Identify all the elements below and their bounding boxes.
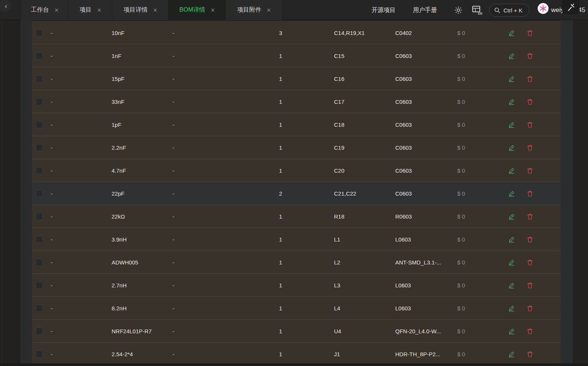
row-checkbox[interactable] (36, 144, 43, 151)
table-row[interactable]: - 1nF - 1 C15 C0603 $ 0 (32, 44, 561, 67)
edit-icon[interactable] (508, 259, 515, 266)
delete-icon[interactable] (526, 305, 533, 311)
cell-value: NRF24L01P-R7 (109, 320, 169, 342)
delete-icon[interactable] (526, 167, 533, 174)
delete-icon[interactable] (526, 282, 533, 289)
cell-footprint: QFN-20_L4.0-W... (392, 320, 454, 342)
top-bar: ‹ 工作台 × 项目 × 项目详情 × BOM详情 × 项目附件 × 开源项目 … (0, 0, 588, 20)
edit-icon[interactable] (508, 52, 515, 59)
table-row[interactable]: - 2.2nF - 1 C19 C0603 $ 0 (32, 136, 561, 159)
edit-icon[interactable] (508, 236, 515, 243)
cell-price: $ 0 (454, 136, 505, 159)
edit-icon[interactable] (508, 167, 515, 174)
vertical-scrollbar-track[interactable] (561, 20, 572, 366)
delete-icon[interactable] (526, 121, 533, 128)
table-row[interactable]: - 2.7nH - 1 L3 L0603 $ 0 (32, 274, 561, 297)
tab[interactable]: 项目附件 × (225, 0, 283, 20)
table-row[interactable]: - 33nF - 1 C17 C0603 $ 0 (32, 90, 561, 113)
row-checkbox[interactable] (36, 29, 43, 36)
nav-link-open-source[interactable]: 开源项目 (372, 0, 396, 20)
cell-dash: - (48, 113, 109, 136)
right-rail (573, 20, 588, 366)
edit-icon[interactable] (508, 190, 515, 197)
delete-icon[interactable] (526, 236, 533, 243)
tab[interactable]: 项目 × (68, 0, 112, 20)
row-checkbox[interactable] (36, 328, 43, 335)
table-row[interactable]: - 8.2nH - 1 L4 L0603 $ 0 (32, 297, 561, 320)
row-checkbox[interactable] (36, 351, 43, 358)
table-row[interactable]: - 3.9nH - 1 L1 L0603 $ 0 (32, 228, 561, 251)
tab-close-icon[interactable]: × (153, 7, 157, 14)
table-row[interactable]: - 10nF - 3 C14,R19,X1 C0402 $ 0 (32, 21, 561, 44)
horizontal-scrollbar-track[interactable] (0, 363, 588, 366)
edit-icon[interactable] (508, 351, 515, 357)
delete-icon[interactable] (526, 52, 533, 59)
cell-footprint: L0603 (392, 228, 454, 251)
delete-icon[interactable] (526, 98, 533, 105)
edit-icon[interactable] (508, 29, 515, 36)
tab-close-icon[interactable]: × (267, 7, 271, 14)
row-checkbox[interactable] (36, 236, 43, 243)
delete-icon[interactable] (526, 351, 533, 357)
row-checkbox[interactable] (36, 282, 43, 289)
cell-value: 22kΩ (109, 205, 169, 228)
table-row[interactable]: - 22pF - 2 C21,C22 C0603 $ 0 (32, 182, 561, 205)
edit-icon[interactable] (508, 144, 515, 151)
tab-label: 项目详情 (124, 6, 148, 14)
cell-value: 33nF (109, 90, 169, 113)
cell-footprint: HDR-TH_8P-P2... (392, 343, 454, 363)
edit-icon[interactable] (508, 98, 515, 105)
table-row[interactable]: - 1pF - 1 C18 C0603 $ 0 (32, 113, 561, 136)
delete-icon[interactable] (526, 213, 533, 220)
cell-dash-2: - (169, 182, 230, 205)
left-panel-scrollbar[interactable] (2, 11, 2, 366)
cell-footprint: C0603 (392, 159, 454, 182)
edit-icon[interactable] (508, 75, 515, 82)
search-box[interactable]: Ctrl + K (489, 4, 529, 17)
tab-close-icon[interactable]: × (97, 7, 101, 14)
delete-icon[interactable] (526, 144, 533, 151)
row-checkbox[interactable] (36, 52, 43, 59)
table-row[interactable]: - 22kΩ - 1 R18 R0603 $ 0 (32, 205, 561, 228)
avatar[interactable] (538, 3, 549, 14)
row-checkbox[interactable] (36, 75, 43, 82)
delete-icon[interactable] (526, 29, 533, 36)
table-row[interactable]: - 2.54-2*4 - 1 J1 HDR-TH_8P-P2... $ 0 (32, 343, 561, 363)
row-checkbox[interactable] (36, 305, 43, 312)
tab-close-icon[interactable]: × (54, 7, 59, 14)
table-row[interactable]: - 15pF - 1 C16 C0603 $ 0 (32, 67, 561, 90)
theme-sun-icon[interactable] (454, 6, 463, 16)
delete-icon[interactable] (526, 190, 533, 197)
nav-link-user-manual[interactable]: 用户手册 (413, 0, 437, 20)
row-checkbox[interactable] (36, 98, 43, 105)
delete-icon[interactable] (526, 328, 533, 334)
row-checkbox[interactable] (36, 121, 43, 128)
row-checkbox[interactable] (36, 259, 43, 266)
tab[interactable]: 工作台 × (21, 0, 68, 20)
edit-icon[interactable] (508, 213, 515, 220)
cell-value: 2.54-2*4 (109, 343, 169, 363)
cell-designators: L2 (331, 251, 392, 273)
bom-table: - 10nF - 3 C14,R19,X1 C0402 $ 0 - (32, 21, 561, 363)
tab[interactable]: BOM详情 × (168, 0, 225, 20)
row-checkbox[interactable] (36, 190, 43, 197)
edit-icon[interactable] (508, 282, 515, 289)
delete-icon[interactable] (526, 75, 533, 82)
table-row[interactable]: - NRF24L01P-R7 - 1 U4 QFN-20_L4.0-W... $… (32, 320, 561, 343)
cell-price: $ 0 (454, 182, 505, 205)
cell-value: 3.9nH (109, 228, 169, 251)
table-row[interactable]: - 4.7nF - 1 C20 C0603 $ 0 (32, 159, 561, 182)
tab-close-icon[interactable]: × (211, 7, 215, 14)
cell-value: 15pF (109, 67, 169, 90)
tab[interactable]: 项目详情 × (112, 0, 168, 20)
edit-icon[interactable] (508, 305, 515, 311)
row-checkbox[interactable] (36, 167, 43, 174)
cell-quantity: 1 (230, 159, 331, 182)
row-checkbox[interactable] (36, 213, 43, 220)
collapse-panel-button[interactable]: ‹ (0, 0, 11, 12)
table-row[interactable]: - ADWH005 - 1 L2 ANT-SMD_L3.1-... $ 0 (32, 251, 561, 274)
edit-icon[interactable] (508, 121, 515, 128)
delete-icon[interactable] (526, 259, 533, 266)
edit-icon[interactable] (508, 328, 515, 334)
translate-language-icon[interactable]: cn (472, 5, 482, 17)
